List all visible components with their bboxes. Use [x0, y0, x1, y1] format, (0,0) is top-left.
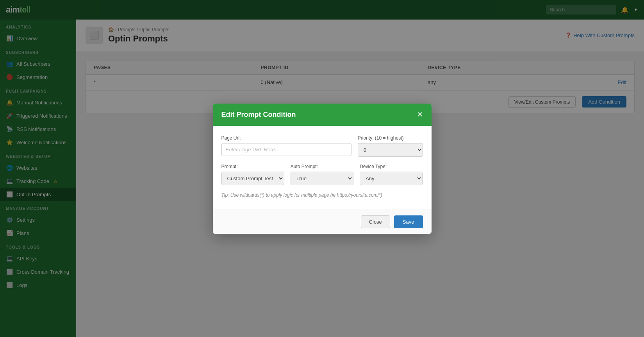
priority-label: Priority: (10 = highest): [358, 135, 423, 141]
modal-body: Page Url: Priority: (10 = highest) 0 123…: [213, 126, 432, 210]
modal-tip: Tip: Use wildcards(*) to apply logic for…: [221, 192, 423, 198]
priority-field: Priority: (10 = highest) 0 1234 5678 910: [358, 135, 423, 157]
prompt-label: Prompt:: [221, 164, 284, 169]
auto-prompt-label: Auto Prompt:: [291, 164, 353, 169]
prompt-select[interactable]: Custom Prompt Test: [221, 172, 284, 185]
modal-title: Edit Prompt Condition: [221, 111, 296, 119]
modal-row-1: Page Url: Priority: (10 = highest) 0 123…: [221, 135, 423, 157]
modal-overlay: Edit Prompt Condition ✕ Page Url: Priori…: [0, 0, 644, 337]
device-type-field: Device Type: Any Desktop Mobile: [360, 164, 423, 185]
modal-row-2: Prompt: Custom Prompt Test Auto Prompt: …: [221, 164, 423, 185]
auto-prompt-field: Auto Prompt: True False: [291, 164, 353, 185]
page-url-input[interactable]: [221, 143, 351, 156]
modal-footer: Close Save: [213, 210, 432, 234]
page-url-field: Page Url:: [221, 135, 351, 157]
priority-select[interactable]: 0 1234 5678 910: [358, 143, 423, 157]
close-button[interactable]: Close: [361, 215, 390, 228]
auto-prompt-select[interactable]: True False: [291, 172, 353, 185]
prompt-field: Prompt: Custom Prompt Test: [221, 164, 284, 185]
device-type-label: Device Type:: [360, 164, 423, 169]
save-button[interactable]: Save: [394, 215, 423, 228]
modal-header: Edit Prompt Condition ✕: [213, 104, 432, 126]
page-url-label: Page Url:: [221, 135, 351, 141]
modal-close-button[interactable]: ✕: [417, 111, 423, 118]
edit-prompt-condition-modal: Edit Prompt Condition ✕ Page Url: Priori…: [213, 104, 432, 234]
device-type-select[interactable]: Any Desktop Mobile: [360, 172, 423, 185]
